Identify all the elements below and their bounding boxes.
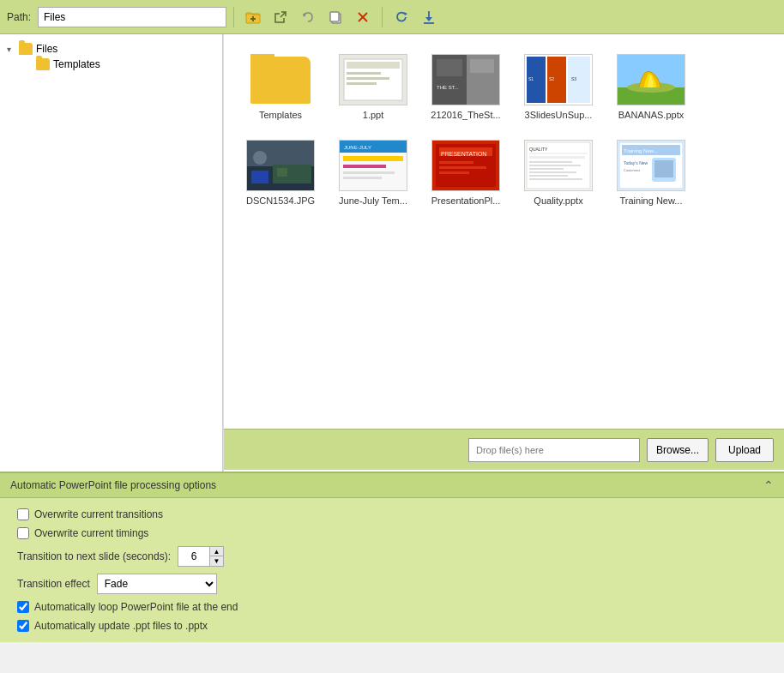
svg-text:S1: S1 (528, 76, 534, 81)
copy-button[interactable] (323, 5, 347, 29)
svg-rect-62 (529, 165, 581, 166)
path-input[interactable] (38, 7, 226, 27)
download-button[interactable] (417, 5, 441, 29)
loop-checkbox[interactable] (17, 601, 29, 613)
effect-select[interactable]: Fade Cut Wipe Dissolve Zoom (97, 574, 217, 594)
file-thumb-1ppt (339, 54, 407, 105)
toolbar-separator (233, 7, 234, 27)
file-item-templates[interactable]: Templates (238, 48, 323, 127)
file-item-212[interactable]: THE ST... 212016_TheSt... (423, 48, 509, 127)
undo-icon (300, 9, 316, 25)
svg-rect-44 (343, 156, 403, 161)
file-item-training[interactable]: Training New... Today's New Customers Tr… (608, 134, 694, 213)
overwrite-timings-label[interactable]: Overwrite current timings (34, 527, 148, 539)
path-label: Path: (7, 11, 31, 23)
file-thumb-templates (246, 54, 315, 105)
file-thumb-3slides: S1 S2 S3 (524, 54, 593, 105)
toolbar: Path: (0, 0, 784, 34)
tree-expand-arrow: ▾ (7, 45, 15, 54)
svg-rect-45 (343, 165, 386, 168)
svg-rect-65 (529, 175, 568, 177)
collapse-button[interactable]: ⌃ (763, 478, 774, 492)
refresh-button[interactable] (389, 5, 413, 29)
svg-rect-21 (437, 59, 462, 76)
effect-label: Transition effect (17, 578, 90, 590)
svg-rect-17 (347, 82, 377, 85)
file-grid: Templates 1.ppt (224, 34, 784, 429)
toolbar-separator-2 (382, 7, 383, 27)
svg-rect-61 (529, 161, 572, 163)
options-panel: Automatic PowerPoint file processing opt… (0, 472, 784, 642)
overwrite-transitions-label[interactable]: Overwrite current transitions (34, 508, 163, 520)
svg-rect-47 (343, 177, 382, 179)
file-thumb-dscn (246, 140, 315, 191)
file-item-quality[interactable]: QUALITY Quality.pptx (516, 134, 601, 213)
file-thumb-quality: QUALITY (524, 140, 593, 191)
file-name-dscn: DSCN1534.JPG (246, 195, 315, 207)
update-checkbox[interactable] (17, 620, 29, 632)
file-item-3slides[interactable]: S1 S2 S3 3SlidesUnSup... (516, 48, 601, 127)
file-name-1ppt: 1.ppt (363, 109, 383, 121)
svg-marker-10 (425, 17, 432, 21)
thumb-svg-212: THE ST... (432, 55, 499, 105)
file-item-1ppt[interactable]: 1.ppt (330, 48, 416, 127)
svg-rect-54 (439, 166, 486, 169)
file-item-dscn[interactable]: DSCN1534.JPG (238, 134, 323, 213)
svg-rect-37 (251, 171, 268, 183)
export-button[interactable] (268, 5, 292, 29)
transition-effect-row: Transition effect Fade Cut Wipe Dissolve… (17, 574, 767, 594)
delete-button[interactable] (351, 5, 375, 29)
export-icon (273, 9, 288, 25)
tree-item-files[interactable]: ▾ Files (3, 41, 219, 57)
svg-text:JUNE-JULY: JUNE-JULY (344, 145, 371, 150)
thumb-svg-training: Training New... Today's New Customers (618, 141, 684, 190)
file-name-3slides: 3SlidesUnSup... (525, 109, 593, 121)
tree-item-templates[interactable]: Templates (21, 57, 219, 72)
thumb-svg-3slides: S1 S2 S3 (525, 55, 592, 105)
copy-icon (328, 9, 343, 25)
new-folder-button[interactable] (241, 5, 265, 29)
svg-text:Today's New: Today's New (624, 160, 648, 165)
file-name-pres: PresentationPl... (431, 195, 501, 207)
file-thumb-june: JUNE-JULY (339, 140, 407, 191)
folder-big-icon (250, 57, 311, 104)
spinner-up-button[interactable]: ▲ (209, 547, 223, 556)
new-folder-icon (245, 9, 261, 25)
transition-label: Transition to next slide (seconds): (17, 550, 171, 562)
file-thumb-pres: PRESENTATION (431, 140, 500, 191)
svg-rect-74 (654, 160, 673, 177)
file-item-june[interactable]: JUNE-JULY June-July Tem... (330, 134, 416, 213)
svg-rect-16 (347, 77, 389, 80)
thumb-svg-quality: QUALITY (525, 141, 592, 190)
svg-rect-55 (439, 171, 469, 174)
svg-rect-60 (529, 156, 585, 159)
loop-label[interactable]: Automatically loop PowerPoint file at th… (34, 601, 238, 613)
svg-point-39 (253, 151, 267, 165)
undo-button[interactable] (296, 5, 320, 29)
thumb-svg-bananas (618, 55, 684, 105)
drop-zone-input[interactable] (468, 438, 640, 462)
delete-icon (355, 9, 371, 25)
overwrite-transitions-checkbox[interactable] (17, 508, 29, 520)
upload-button[interactable]: Upload (715, 438, 774, 462)
thumb-svg-pres: PRESENTATION (432, 141, 499, 190)
svg-rect-63 (529, 168, 564, 170)
file-item-pres[interactable]: PRESENTATION PresentationPl... (423, 134, 509, 213)
svg-text:PRESENTATION: PRESENTATION (441, 151, 486, 157)
download-icon (421, 9, 437, 25)
transition-value-input[interactable] (178, 547, 209, 566)
svg-rect-53 (439, 161, 473, 164)
thumb-svg-june: JUNE-JULY (340, 141, 407, 190)
file-name-212: 212016_TheSt... (431, 109, 500, 121)
browse-button[interactable]: Browse... (647, 438, 709, 462)
refresh-icon (394, 9, 409, 25)
spinner-buttons: ▲ ▼ (209, 547, 223, 566)
spinner-down-button[interactable]: ▼ (209, 556, 223, 566)
file-item-bananas[interactable]: BANANAS.pptx (608, 48, 694, 127)
update-label[interactable]: Automatically update .ppt files to .pptx (34, 620, 208, 632)
folder-icon-files (19, 43, 33, 55)
svg-text:QUALITY: QUALITY (529, 147, 548, 152)
file-name-bananas: BANANAS.pptx (618, 109, 684, 121)
tree-item-files-label: Files (36, 43, 57, 55)
overwrite-timings-checkbox[interactable] (17, 527, 29, 539)
